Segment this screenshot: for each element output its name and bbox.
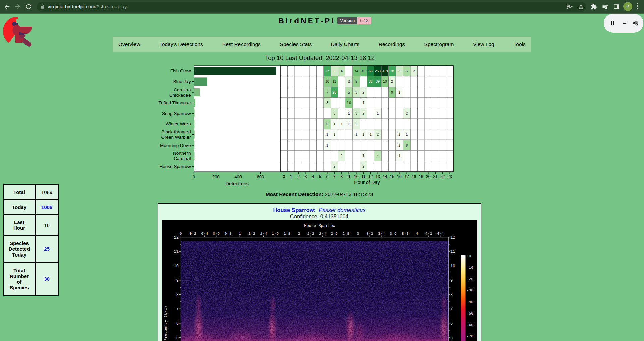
svg-text:2: 2: [406, 111, 408, 115]
svg-text:13: 13: [376, 174, 380, 179]
svg-text:Black-throated: Black-throated: [161, 129, 191, 134]
svg-text:1: 1: [398, 154, 400, 158]
svg-text:26: 26: [332, 90, 336, 94]
svg-text:23: 23: [448, 174, 452, 179]
svg-text:1·2: 1·2: [248, 231, 255, 236]
svg-text:3·2: 3·2: [366, 231, 373, 236]
svg-text:Mourning Dove: Mourning Dove: [160, 143, 191, 148]
svg-text:10: 10: [325, 79, 329, 83]
svg-text:2·2: 2·2: [307, 231, 314, 236]
svg-text:2: 2: [333, 164, 335, 168]
svg-text:Song Sparrow: Song Sparrow: [162, 111, 191, 116]
svg-text:253: 253: [375, 69, 381, 73]
svg-text:400: 400: [234, 174, 242, 179]
svg-text:0·2: 0·2: [189, 231, 196, 236]
svg-text:2: 2: [391, 79, 393, 83]
svg-text:Winter Wren: Winter Wren: [166, 121, 191, 126]
svg-text:3: 3: [357, 231, 359, 236]
svg-text:0·4: 0·4: [201, 231, 208, 236]
svg-text:10: 10: [347, 101, 351, 105]
svg-text:11: 11: [450, 249, 455, 254]
svg-text:Blue Jay: Blue Jay: [173, 79, 191, 84]
svg-text:+0: +0: [467, 254, 471, 258]
svg-text:10: 10: [174, 264, 179, 269]
svg-text:2: 2: [355, 122, 357, 126]
svg-text:Fish Crow: Fish Crow: [170, 68, 191, 73]
svg-text:2: 2: [362, 164, 364, 168]
svg-text:15: 15: [390, 174, 395, 179]
svg-text:6: 6: [450, 321, 453, 326]
svg-text:5: 5: [450, 336, 453, 340]
svg-text:9: 9: [450, 278, 453, 283]
svg-text:39: 39: [376, 79, 380, 83]
svg-text:3: 3: [333, 69, 335, 73]
svg-text:12: 12: [450, 235, 455, 240]
svg-text:200: 200: [212, 174, 220, 179]
svg-text:2·8: 2·8: [342, 231, 350, 236]
svg-text:6: 6: [406, 69, 408, 73]
svg-text:1: 1: [290, 174, 292, 179]
svg-text:House Sparrow: House Sparrow: [159, 164, 191, 169]
svg-text:1: 1: [362, 101, 364, 105]
svg-text:1: 1: [406, 132, 408, 136]
svg-text:Frequency (kHz): Frequency (kHz): [163, 306, 168, 341]
svg-text:1: 1: [398, 143, 400, 147]
svg-text:-40: -40: [467, 300, 473, 304]
svg-text:28: 28: [390, 69, 394, 73]
svg-text:27: 27: [325, 69, 329, 73]
svg-text:0: 0: [193, 174, 195, 179]
svg-text:Cardinal: Cardinal: [174, 156, 191, 161]
svg-text:House Sparrow: House Sparrow: [304, 224, 335, 228]
svg-text:8: 8: [450, 293, 453, 297]
svg-text:0: 0: [180, 231, 182, 236]
svg-text:3: 3: [305, 174, 307, 179]
svg-text:3: 3: [355, 90, 357, 94]
svg-text:4·2: 4·2: [425, 231, 432, 236]
svg-text:10: 10: [383, 79, 387, 83]
svg-text:0: 0: [283, 174, 285, 179]
svg-text:7: 7: [450, 307, 453, 311]
svg-text:14: 14: [383, 174, 387, 179]
svg-text:3·8: 3·8: [401, 231, 409, 236]
svg-text:16: 16: [361, 69, 365, 73]
svg-text:8: 8: [340, 174, 343, 179]
svg-text:5: 5: [319, 174, 321, 179]
svg-text:Chickadee: Chickadee: [169, 93, 191, 98]
svg-text:1: 1: [377, 111, 379, 115]
svg-text:18: 18: [412, 174, 416, 179]
svg-text:7: 7: [176, 307, 179, 311]
svg-text:1: 1: [398, 90, 400, 94]
svg-text:3: 3: [326, 101, 328, 105]
svg-text:8: 8: [176, 293, 179, 297]
svg-text:10: 10: [354, 174, 359, 179]
svg-text:7: 7: [326, 90, 328, 94]
svg-text:6: 6: [326, 122, 328, 126]
svg-text:2: 2: [298, 231, 300, 236]
svg-text:6: 6: [176, 321, 179, 326]
svg-text:1: 1: [239, 231, 241, 236]
svg-text:3·4: 3·4: [378, 231, 385, 236]
svg-text:600: 600: [257, 174, 264, 179]
svg-text:1: 1: [333, 122, 335, 126]
svg-text:Carolina: Carolina: [174, 87, 191, 92]
svg-text:4: 4: [416, 231, 418, 236]
svg-text:0·6: 0·6: [213, 231, 220, 236]
svg-text:3: 3: [398, 69, 400, 73]
svg-text:1: 1: [348, 122, 350, 126]
svg-text:4: 4: [377, 154, 379, 158]
svg-text:3·6: 3·6: [390, 231, 397, 236]
svg-text:1: 1: [362, 154, 364, 158]
svg-text:6: 6: [406, 143, 408, 147]
svg-text:68: 68: [369, 69, 373, 73]
svg-text:9: 9: [355, 79, 357, 83]
svg-text:-70: -70: [467, 334, 473, 338]
svg-text:4·4: 4·4: [437, 231, 444, 236]
svg-text:2: 2: [362, 90, 364, 94]
svg-text:2: 2: [297, 174, 300, 179]
svg-text:36: 36: [369, 79, 373, 83]
svg-text:Green Warbler: Green Warbler: [161, 135, 191, 140]
svg-text:20: 20: [426, 174, 431, 179]
svg-text:1·6: 1·6: [272, 231, 279, 236]
svg-text:2: 2: [341, 154, 343, 158]
svg-text:Northern: Northern: [173, 151, 191, 156]
